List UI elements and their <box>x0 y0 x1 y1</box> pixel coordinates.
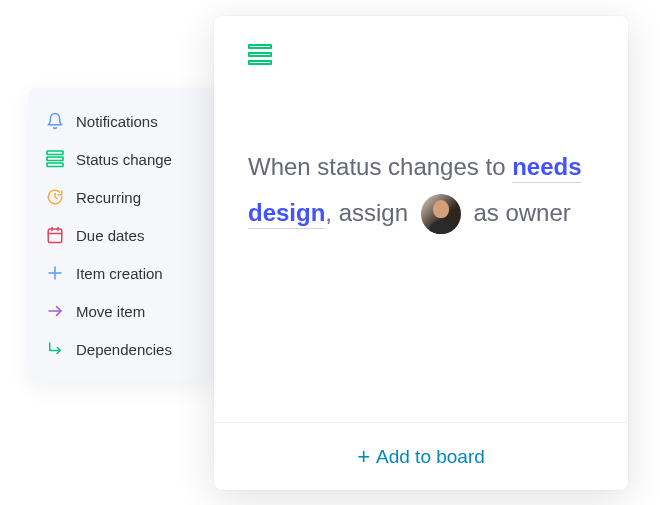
sidebar-item-label: Dependencies <box>76 341 172 358</box>
rule-middle: , assign <box>325 199 414 226</box>
clock-refresh-icon <box>46 188 64 206</box>
svg-rect-1 <box>47 157 63 161</box>
plus-icon <box>46 264 64 282</box>
sidebar-item-due-dates[interactable]: Due dates <box>28 216 218 254</box>
dependency-icon <box>46 340 64 358</box>
assignee-avatar[interactable] <box>421 194 461 234</box>
sidebar-item-notifications[interactable]: Notifications <box>28 102 218 140</box>
sidebar-item-item-creation[interactable]: Item creation <box>28 254 218 292</box>
svg-rect-0 <box>47 151 63 155</box>
sidebar-item-label: Recurring <box>76 189 141 206</box>
sidebar-item-move-item[interactable]: Move item <box>28 292 218 330</box>
sidebar-item-label: Status change <box>76 151 172 168</box>
rule-suffix: as owner <box>467 199 571 226</box>
automation-recipe-list: Notifications Status change Recurring <box>28 88 218 382</box>
sidebar-item-label: Notifications <box>76 113 158 130</box>
svg-rect-3 <box>48 229 62 243</box>
plus-icon: + <box>357 444 370 470</box>
status-bars-icon <box>248 44 272 65</box>
sidebar-item-recurring[interactable]: Recurring <box>28 178 218 216</box>
rule-prefix: When status changes to <box>248 153 512 180</box>
sidebar-item-label: Move item <box>76 303 145 320</box>
sidebar-item-label: Item creation <box>76 265 163 282</box>
add-to-board-button[interactable]: + Add to board <box>214 422 628 490</box>
sidebar-item-dependencies[interactable]: Dependencies <box>28 330 218 368</box>
svg-rect-2 <box>47 163 63 167</box>
calendar-icon <box>46 226 64 244</box>
add-to-board-label: Add to board <box>376 446 485 468</box>
status-bars-icon <box>46 150 64 168</box>
rule-sentence: When status changes to needs design, ass… <box>248 144 594 235</box>
bell-icon <box>46 112 64 130</box>
sidebar-item-label: Due dates <box>76 227 144 244</box>
sidebar-item-status-change[interactable]: Status change <box>28 140 218 178</box>
arrow-right-icon <box>46 302 64 320</box>
automation-rule-card: When status changes to needs design, ass… <box>214 16 628 490</box>
